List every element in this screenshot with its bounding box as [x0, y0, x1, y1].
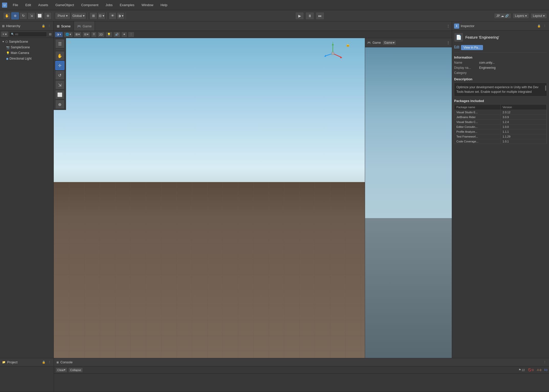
menu-help[interactable]: Help — [159, 2, 169, 8]
menu-window[interactable]: Window — [140, 2, 155, 8]
hierarchy-lock-icon[interactable]: 🔒 — [41, 24, 46, 28]
layers-chevron-icon: ▾ — [525, 14, 527, 18]
grid-snap-button[interactable]: ⊞ — [90, 12, 97, 19]
clear-chevron: ▾ — [64, 368, 65, 372]
description-scrollbar[interactable] — [545, 85, 546, 91]
game-more-icon[interactable]: ⋮ — [447, 41, 450, 44]
collapse-label: Collapse — [70, 368, 81, 372]
tool-rotate-button[interactable]: ↺ — [55, 71, 64, 80]
game-header: 🎮 Game Game ▾ ⋮ — [365, 38, 452, 47]
inspector-lock-icon[interactable]: 🔒 — [537, 24, 541, 28]
scene-lighting-button[interactable]: 💡 — [105, 32, 113, 37]
hierarchy-toolbar: + ▾ 🔍 All ▤ — [0, 31, 53, 38]
description-text: Optimize your development experience in … — [456, 85, 539, 94]
layout-dropdown[interactable]: Layout ▾ — [531, 13, 547, 19]
name-label: Name — [454, 61, 477, 64]
scene-more-button[interactable]: ⋮ — [128, 32, 134, 37]
tool-menu-button[interactable]: ☰ — [55, 39, 64, 48]
view-in-package-button[interactable]: View in Pa... — [461, 45, 483, 50]
hierarchy-item-samplescene[interactable]: ▼ ⬡ SampleScene — [0, 39, 53, 44]
tool-scale-button[interactable]: ⇲ — [55, 80, 64, 89]
scene-2d-button[interactable]: 2D — [97, 32, 105, 37]
rotate-tool-button[interactable]: ↻ — [19, 12, 27, 19]
hierarchy-more-icon[interactable]: ⋮ — [47, 24, 51, 28]
menu-examples[interactable]: Examples — [118, 2, 136, 8]
step-button[interactable]: ⏭ — [316, 12, 324, 20]
project-more-icon[interactable]: ⋮ — [47, 360, 52, 365]
global-button[interactable]: Global ▾ — [71, 12, 86, 19]
tool-group-transform: ✋ ⊕ ↻ ⇲ ⬜ ⊕ — [2, 12, 53, 19]
scale-tool-button[interactable]: ⇲ — [28, 12, 35, 19]
scene-perspective-button[interactable]: 🌐 ▾ — [64, 32, 73, 37]
console-flag-icon: ⚑ 22 — [519, 368, 525, 372]
hierarchy-item-maincamera[interactable]: 📷 SampleScene — [0, 44, 53, 50]
inspector-content: 📄 Feature 'Engineering' Edit View in Pa.… — [452, 31, 549, 358]
scene-viewport[interactable]: ☰ ✋ ✛ ↺ ⇲ ⬜ ⊕ y — [54, 38, 365, 358]
scene-lock-icon[interactable]: 🔒 — [346, 43, 350, 47]
menu-edit[interactable]: Edit — [24, 2, 32, 8]
inspector-more-icon[interactable]: ⋮ — [542, 24, 547, 28]
account-label: JP — [496, 14, 500, 18]
menu-file[interactable]: File — [11, 2, 20, 8]
package-name-0: Visual Studio E... — [454, 110, 501, 115]
grid-options-button[interactable]: ⊟ ▾ — [98, 12, 105, 19]
scene-audio-button[interactable]: 🔊 — [113, 32, 120, 37]
hierarchy-directionallight-label: Main Camera — [11, 51, 29, 55]
hierarchy-item-example[interactable]: ◼ Directional Light — [0, 56, 53, 61]
scene-fx-button[interactable]: ✦ — [121, 32, 127, 37]
project-content — [0, 366, 54, 392]
scene-overlay-toggle[interactable]: ☰ — [68, 40, 71, 44]
inspector-panel: ℹ Inspector 🔒 ⋮ 📄 Feature 'Engineering' … — [452, 21, 549, 358]
tool-hand-button[interactable]: ✋ — [55, 51, 64, 60]
svg-rect-7 — [332, 52, 334, 55]
game-dropdown-label: Game — [384, 41, 393, 44]
transform-tool-button[interactable]: ⊕ — [44, 12, 52, 19]
package-name-2: Visual Studio C... — [454, 120, 501, 124]
tabs-more-button[interactable]: ⋮ — [445, 21, 452, 31]
rect-tool-button[interactable]: ⬜ — [36, 12, 43, 19]
game-sky — [365, 47, 452, 218]
project-icon: 📁 — [2, 361, 6, 364]
tool-move-button[interactable]: ✛ — [55, 61, 64, 70]
display-name-value: Engineering — [479, 66, 547, 70]
menu-component[interactable]: Component — [80, 2, 100, 8]
play-button[interactable]: ▶ — [295, 12, 304, 20]
tool-rect-button[interactable]: ⬜ — [55, 90, 64, 99]
light-icon: 💡 — [6, 51, 10, 55]
scene-overlay-button[interactable]: ⠿ — [91, 32, 97, 37]
game-dropdown[interactable]: Game ▾ — [382, 40, 397, 45]
game-tab[interactable]: 🎮 Game — [74, 21, 95, 31]
name-value: com.unity... — [479, 61, 547, 64]
package-row-3: Editor Coroutin... 1.0.0 — [454, 124, 547, 129]
console-warning-icon: ⚠ 0 — [537, 368, 541, 372]
scene-grid-button[interactable]: ⊞ ▾ — [74, 32, 82, 37]
console-more-icon[interactable]: ⋮ — [542, 360, 547, 365]
menu-jobs[interactable]: Jobs — [104, 2, 114, 8]
project-lock-icon[interactable]: 🔒 — [41, 360, 46, 365]
move-tool-button[interactable]: ⊕ — [11, 12, 19, 19]
layers-dropdown[interactable]: Layers ▾ — [513, 13, 529, 19]
scene-render-mode-button[interactable]: ◑ ▾ — [55, 32, 63, 37]
pause-button[interactable]: ⏸ — [305, 12, 314, 20]
clear-button[interactable]: Clear ▾ — [56, 367, 67, 373]
collapse-button[interactable]: Collapse — [68, 367, 83, 373]
inspector-actions: Edit View in Pa... — [454, 45, 547, 52]
tool-divider-1 — [56, 50, 64, 50]
tool-custom-button[interactable]: ⊕ — [55, 100, 64, 109]
edit-link[interactable]: Edit — [454, 45, 459, 50]
visibility-button[interactable]: 👁 — [109, 12, 116, 19]
hierarchy-item-directionallight[interactable]: 💡 Main Camera — [0, 50, 53, 56]
hierarchy-add-button[interactable]: + ▾ — [1, 31, 8, 37]
hand-tool-button[interactable]: ✋ — [3, 12, 11, 19]
pivot-button[interactable]: Pivot ▾ — [55, 12, 70, 19]
menu-assets[interactable]: Assets — [37, 2, 50, 8]
menu-gameobject[interactable]: GameObject — [54, 2, 75, 8]
account-button[interactable]: JP ☁ 🔗 — [494, 13, 511, 19]
scene-gizmos-button[interactable]: ⊟ ▾ — [82, 32, 90, 37]
hierarchy-filter-icon[interactable]: ▤ — [48, 32, 52, 37]
unity-logo-icon: U — [2, 3, 7, 8]
package-row-1: JetBrains Rider 3.0.9 — [454, 115, 547, 119]
render-button[interactable]: ◑ ▾ — [117, 12, 125, 19]
scene-tab[interactable]: ⊞ Scene — [54, 21, 74, 31]
packages-table-header: Package name Version — [454, 104, 547, 110]
